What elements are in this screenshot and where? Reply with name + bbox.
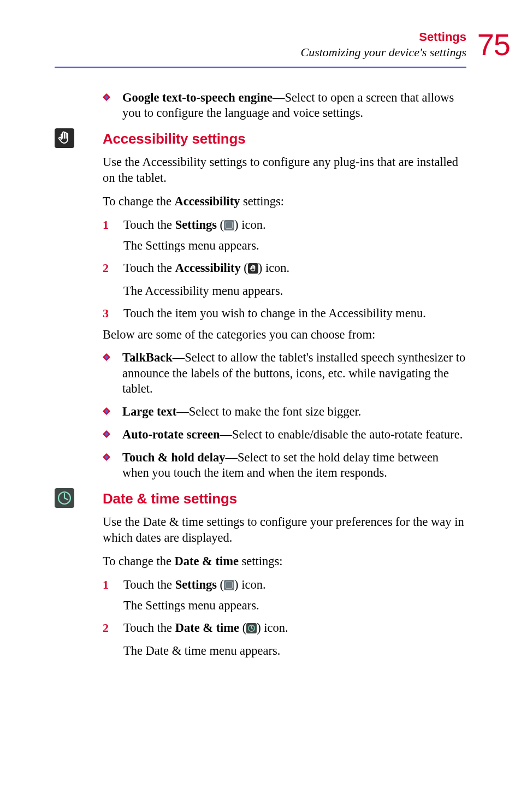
step-text: Touch the Accessibility () icon. <box>123 260 466 278</box>
bullet-bold: Touch & hold delay <box>122 451 226 464</box>
bullet-rest: —Select to allow the tablet's installed … <box>122 351 465 395</box>
text-bold: Settings <box>175 218 217 232</box>
page-content: Google text-to-speech engine—Select to o… <box>55 78 466 659</box>
paragraph: Use the Accessibility settings to config… <box>103 155 466 186</box>
bullet-text: Auto-rotate screen—Select to enable/disa… <box>122 427 466 442</box>
datetime-section-icon-wrap <box>55 488 103 510</box>
step-number: 2 <box>103 620 123 636</box>
clock-icon <box>246 622 257 638</box>
bullet-bold: Auto-rotate screen <box>122 428 220 441</box>
step-text: Touch the Date & time () icon. <box>123 620 466 638</box>
list-item: Google text-to-speech engine—Select to o… <box>103 90 466 121</box>
accessibility-section-icon-wrap <box>55 128 103 150</box>
step-number: 2 <box>103 260 123 276</box>
text-bold: Date & time <box>175 621 239 635</box>
step-row: 1 Touch the Settings () icon. <box>103 217 466 233</box>
paragraph: Use the Date & time settings to configur… <box>103 514 466 546</box>
settings-icon <box>224 220 234 230</box>
datetime-heading: Date & time settings <box>103 490 237 507</box>
bullet-text: Large text—Select to make the font size … <box>122 404 466 419</box>
text-mid: ( <box>241 261 248 275</box>
bullet-text: Google text-to-speech engine—Select to o… <box>122 90 466 121</box>
top-bullet-block: Google text-to-speech engine—Select to o… <box>103 90 466 121</box>
text-post: ) icon. <box>258 261 289 275</box>
list-item: Touch & hold delay—Select to set the hol… <box>103 450 466 481</box>
datetime-body: Use the Date & time settings to configur… <box>103 514 466 659</box>
diamond-bullet-icon <box>103 353 110 361</box>
accessibility-section-header: Accessibility settings <box>55 128 466 150</box>
diamond-bullet-icon <box>103 93 110 101</box>
text-post: ) icon. <box>234 218 265 232</box>
bullet-text: TalkBack—Select to allow the tablet's in… <box>122 350 466 396</box>
accessibility-heading: Accessibility settings <box>103 131 245 147</box>
header-right: Settings Customizing your device's setti… <box>300 30 466 60</box>
diamond-bullet-icon <box>103 430 110 438</box>
page-header: Settings Customizing your device's setti… <box>55 30 466 68</box>
paragraph: To change the Date & time settings: <box>103 554 466 570</box>
step-text: Touch the item you wish to change in the… <box>123 306 466 322</box>
text-post: settings: <box>239 554 283 568</box>
text-bold: Accessibility <box>175 194 240 208</box>
page-root: Settings Customizing your device's setti… <box>0 0 521 698</box>
step-text: Touch the Settings () icon. <box>123 217 466 233</box>
step-result: The Settings menu appears. <box>123 598 466 614</box>
step-result: The Accessibility menu appears. <box>123 283 466 299</box>
hand-icon <box>248 262 258 278</box>
step-text: Touch the Settings () icon. <box>123 577 466 593</box>
step-row: 2 Touch the Accessibility () icon. <box>103 260 466 278</box>
text-pre: Touch the <box>123 621 175 635</box>
bullet-bold: TalkBack <box>122 351 173 364</box>
paragraph: Below are some of the categories you can… <box>103 327 466 343</box>
text-post: settings: <box>240 194 284 208</box>
paragraph: To change the Accessibility settings: <box>103 194 466 210</box>
text-post: ) icon. <box>257 621 288 635</box>
step-row: 3 Touch the item you wish to change in t… <box>103 306 466 322</box>
header-rule <box>55 67 466 68</box>
text-pre: To change the <box>103 554 175 568</box>
text-bold: Date & time <box>175 554 239 568</box>
text-pre: To change the <box>103 194 175 208</box>
bullet-bold: Google text-to-speech engine <box>122 91 273 104</box>
bullet-rest: —Select to make the font size bigger. <box>176 405 361 418</box>
list-item: TalkBack—Select to allow the tablet's in… <box>103 350 466 396</box>
text-bold: Settings <box>175 578 217 591</box>
datetime-section-header: Date & time settings <box>55 488 466 510</box>
step-number: 1 <box>103 217 123 233</box>
bullet-text: Touch & hold delay—Select to set the hol… <box>122 450 466 481</box>
step-row: 1 Touch the Settings () icon. <box>103 577 466 593</box>
diamond-bullet-icon <box>103 453 110 461</box>
accessibility-body: Use the Accessibility settings to config… <box>103 155 466 481</box>
diamond-bullet-icon <box>103 407 110 415</box>
step-result: The Settings menu appears. <box>123 238 466 254</box>
text-mid: ( <box>217 218 224 232</box>
header-section-title: Settings <box>300 30 466 44</box>
text-pre: Touch the <box>123 218 175 232</box>
text-post: ) icon. <box>234 578 265 591</box>
text-pre: Touch the <box>123 261 175 275</box>
page-number: 75 <box>477 27 510 62</box>
settings-icon <box>224 580 234 590</box>
bullet-bold: Large text <box>122 405 176 418</box>
step-result: The Date & time menu appears. <box>123 643 466 659</box>
header-subtitle: Customizing your device's settings <box>300 45 466 60</box>
step-number: 3 <box>103 306 123 321</box>
text-pre: Touch the <box>123 578 175 591</box>
step-number: 1 <box>103 577 123 592</box>
bullet-rest: —Select to enable/disable the auto-rotat… <box>220 428 463 441</box>
text-mid: ( <box>217 578 224 591</box>
clock-icon <box>55 488 74 510</box>
hand-icon <box>55 128 74 150</box>
list-item: Auto-rotate screen—Select to enable/disa… <box>103 427 466 442</box>
text-mid: ( <box>239 621 246 635</box>
step-row: 2 Touch the Date & time () icon. <box>103 620 466 638</box>
text-bold: Accessibility <box>175 261 241 275</box>
list-item: Large text—Select to make the font size … <box>103 404 466 419</box>
